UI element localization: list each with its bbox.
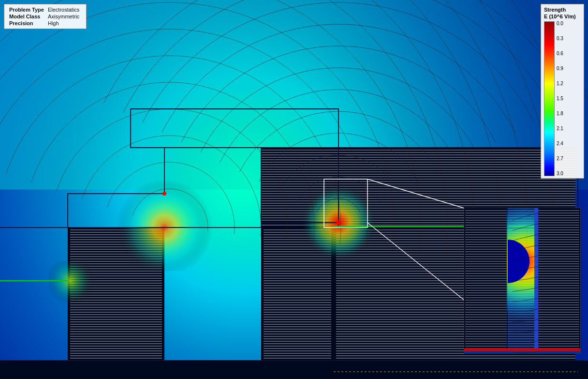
colorbar-label: 2.7 [557, 156, 563, 161]
value-problem-type: Electrostatics [47, 6, 82, 13]
info-box: Problem Type Electrostatics Model Class … [4, 4, 87, 29]
info-row: Precision High [8, 20, 82, 27]
colorbar-labels: 3.0 2.7 2.4 2.1 1.8 1.5 1.2 0.9 0.6 0.3 … [555, 21, 563, 176]
main-container: Problem Type Electrostatics Model Class … [0, 0, 588, 379]
colorbar-label: 1.2 [557, 81, 563, 86]
colorbar-container: 3.0 2.7 2.4 2.1 1.8 1.5 1.2 0.9 0.6 0.3 … [544, 21, 581, 176]
colorbar-label: 1.5 [557, 96, 563, 101]
value-model-class: Axisymmetric [47, 13, 82, 20]
legend-title: StrengthE (10^6 V/m) [544, 6, 581, 20]
info-table: Problem Type Electrostatics Model Class … [8, 6, 82, 27]
info-row: Problem Type Electrostatics [8, 6, 82, 13]
field-visualization [0, 0, 588, 379]
colorbar-label-min: 0.0 [557, 21, 563, 26]
colorbar-label: 0.6 [557, 51, 563, 56]
label-problem-type: Problem Type [8, 6, 47, 13]
colorbar-label: 0.3 [557, 36, 563, 41]
value-precision: High [47, 20, 82, 27]
colorbar [544, 21, 555, 176]
colorbar-legend: StrengthE (10^6 V/m) 3.0 2.7 2.4 2.1 1.8… [541, 4, 584, 179]
colorbar-label: 0.9 [557, 66, 563, 71]
label-precision: Precision [8, 20, 47, 27]
colorbar-label-max: 3.0 [557, 171, 563, 176]
label-model-class: Model Class [8, 13, 47, 20]
colorbar-label: 2.1 [557, 126, 563, 131]
colorbar-label: 1.8 [557, 111, 563, 116]
colorbar-label: 2.4 [557, 141, 563, 146]
info-row: Model Class Axisymmetric [8, 13, 82, 20]
